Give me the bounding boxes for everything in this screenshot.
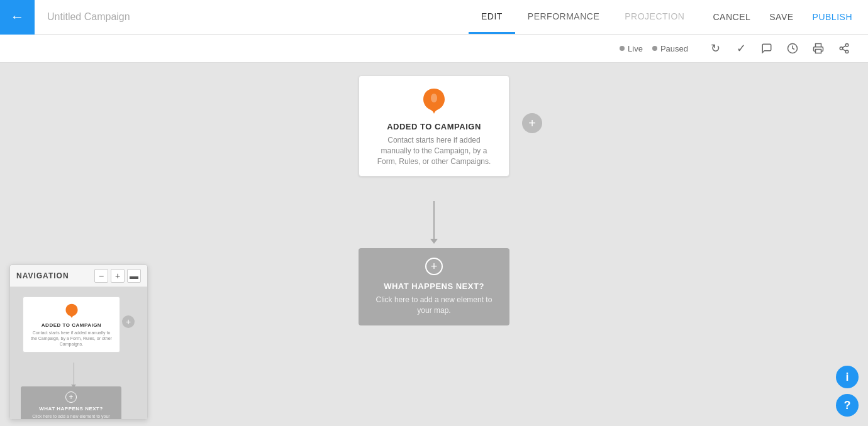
next-card-title: WHAT HAPPENS NEXT? <box>371 281 497 291</box>
info-button[interactable]: i <box>836 366 859 388</box>
mini-next-plus-icon: + <box>65 391 77 403</box>
secondary-bar: Live Paused ↻ ✓ <box>0 35 868 63</box>
publish-button[interactable]: PUBLISH <box>803 0 862 35</box>
svg-line-6 <box>842 46 845 48</box>
cancel-button[interactable]: CANCEL <box>703 0 760 35</box>
connector <box>430 201 438 244</box>
mini-connector <box>71 363 76 388</box>
refresh-button[interactable]: ↻ <box>704 37 726 60</box>
zoom-out-button[interactable]: − <box>94 269 108 283</box>
mini-campaign-card: ADDED TO CAMPAIGN Contact starts here if… <box>23 297 120 352</box>
paused-status: Paused <box>652 44 688 53</box>
action-buttons: CANCEL SAVE PUBLISH <box>697 0 868 35</box>
campaign-card-desc: Contact starts here if added manually to… <box>372 135 496 167</box>
next-step-card[interactable]: + WHAT HAPPENS NEXT? Click here to add a… <box>359 248 509 325</box>
print-button[interactable] <box>807 37 830 60</box>
campaign-card-title: ADDED TO CAMPAIGN <box>372 122 496 131</box>
status-group: Live Paused <box>620 44 688 53</box>
mini-campaign-title: ADDED TO CAMPAIGN <box>30 322 113 328</box>
live-dot <box>620 46 625 51</box>
tab-edit[interactable]: EDIT <box>469 0 515 34</box>
next-card-plus-icon: + <box>425 258 443 275</box>
navigation-panel: NAVIGATION − + ▬ ADDED TO CAMPAIGN Conta… <box>9 265 148 420</box>
zoom-reset-button[interactable]: ▬ <box>127 269 141 283</box>
mini-campaign-icon <box>63 302 81 320</box>
save-button[interactable]: SAVE <box>760 0 803 35</box>
live-label: Live <box>628 44 643 53</box>
history-button[interactable] <box>781 37 804 60</box>
mini-next-desc: Click here to add a new element to your … <box>27 413 115 419</box>
top-bar: ← Untitled Campaign EDIT PERFORMANCE PRO… <box>0 0 868 35</box>
tab-projection[interactable]: PROJECTION <box>612 0 697 34</box>
svg-point-2 <box>845 44 849 47</box>
svg-line-5 <box>842 49 845 51</box>
nav-panel-controls: − + ▬ <box>94 269 141 283</box>
svg-point-3 <box>840 47 843 50</box>
back-arrow-icon: ← <box>11 9 25 25</box>
add-branch-button[interactable]: + <box>522 113 542 133</box>
nav-panel-header: NAVIGATION − + ▬ <box>10 265 147 287</box>
connector-arrow <box>430 239 438 244</box>
next-card-desc: Click here to add a new element to your … <box>371 295 497 316</box>
svg-point-4 <box>845 50 849 53</box>
svg-rect-1 <box>816 50 821 53</box>
check-button[interactable]: ✓ <box>730 37 752 60</box>
connector-line <box>433 201 435 239</box>
campaign-title: Untitled Campaign <box>35 11 469 23</box>
paused-label: Paused <box>660 44 688 53</box>
nav-panel-canvas: ADDED TO CAMPAIGN Contact starts here if… <box>10 287 147 419</box>
comment-button[interactable] <box>755 37 778 60</box>
mini-add-branch-button: + <box>122 315 135 328</box>
help-button[interactable]: ? <box>836 394 859 417</box>
share-button[interactable] <box>833 37 855 60</box>
nav-panel-title: NAVIGATION <box>16 271 69 280</box>
mini-connector-line <box>74 363 74 385</box>
tab-performance[interactable]: PERFORMANCE <box>515 0 612 34</box>
mini-campaign-desc: Contact starts here if added manually to… <box>30 330 113 347</box>
mini-next-card: + WHAT HAPPENS NEXT? Click here to add a… <box>21 386 121 419</box>
campaign-card[interactable]: ADDED TO CAMPAIGN Contact starts here if… <box>359 75 509 177</box>
live-status: Live <box>620 44 643 53</box>
mini-next-title: WHAT HAPPENS NEXT? <box>27 406 115 412</box>
zoom-in-button[interactable]: + <box>111 269 125 283</box>
canvas: ADDED TO CAMPAIGN Contact starts here if… <box>0 63 868 426</box>
back-button[interactable]: ← <box>0 0 35 35</box>
paused-dot <box>652 46 657 51</box>
campaign-icon <box>418 85 450 117</box>
nav-tabs: EDIT PERFORMANCE PROJECTION <box>469 0 698 34</box>
